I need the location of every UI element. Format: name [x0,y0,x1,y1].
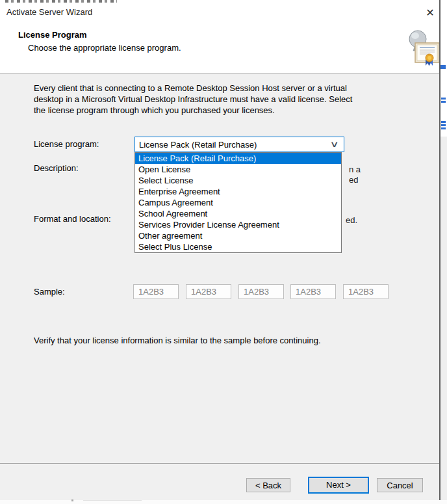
dropdown-option[interactable]: License Pack (Retail Purchase) [135,153,341,164]
dropdown-option[interactable]: Campus Agreement [135,197,341,208]
background-icon-fragment [441,124,446,126]
description-label: Description: [34,163,79,173]
background-icon-fragment [441,127,446,129]
dropdown-option[interactable]: Enterprise Agreement [135,186,341,197]
description-text-fragment: n a [349,165,361,174]
close-icon[interactable]: ✕ [422,5,438,21]
combobox-value: License Pack (Retail Purchase) [139,140,257,150]
background-icon-fragment [441,65,446,69]
back-button[interactable]: < Back [246,478,290,492]
dropdown-option[interactable]: Open License [135,164,341,175]
sample-code-box: 1A2B3 [133,284,179,299]
background-artifact [71,499,73,501]
intro-line: the license program through which you pu… [34,105,424,116]
next-button[interactable]: Next > [308,477,369,494]
dropdown-option[interactable]: Other agreement [135,230,341,241]
intro-line: desktop in a Microsoft Virtual Desktop I… [34,94,424,105]
background-artifact [83,500,142,501]
license-program-label: License program: [34,139,99,149]
background-window-strip [441,0,447,504]
intro-text: Every client that is connecting to a Rem… [34,83,424,116]
rds-license-certificate-icon [408,29,441,67]
intro-line: Every client that is connecting to a Rem… [34,83,424,94]
screen: Activate Server Wizard ✕ License Program… [0,0,447,504]
description-text-fragment: ed [349,175,358,185]
background-window-artifact [5,0,117,3]
format-text-fragment: ed. [346,215,357,225]
background-icon-fragment [441,121,446,123]
page-title: License Program [18,30,87,40]
background-window-area [441,137,447,504]
cancel-button[interactable]: Cancel [377,478,423,492]
sample-label: Sample: [34,287,65,297]
format-location-label: Format and location: [34,214,111,224]
chevron-down-icon[interactable]: ∨ [330,139,339,149]
sample-code-box: 1A2B3 [343,284,389,299]
window-title: Activate Server Wizard [6,7,92,17]
activate-server-wizard-window: Activate Server Wizard ✕ License Program… [0,0,439,504]
background-icon-fragment [441,98,446,99]
verify-text: Verify that your license information is … [34,336,321,345]
page-subtitle: Choose the appropriate license program. [28,43,181,53]
sample-code-box: 1A2B3 [290,284,336,299]
header-divider [0,73,439,73]
dropdown-option[interactable]: Select License [135,175,341,186]
dropdown-option[interactable]: Select Plus License [135,241,341,252]
next-button-label: Next > [309,478,368,492]
background-icon-fragment [441,101,446,103]
dropdown-option[interactable]: School Agreement [135,208,341,219]
sample-code-box: 1A2B3 [238,284,284,299]
sample-code-box: 1A2B3 [186,284,231,299]
license-program-combobox[interactable]: License Pack (Retail Purchase) ∨ [134,137,344,152]
screen-bottom-strip [0,500,447,504]
footer-divider [0,463,439,464]
license-dropdown-list: License Pack (Retail Purchase)Open Licen… [134,152,342,253]
dropdown-option[interactable]: Services Provider License Agreement [135,219,341,230]
